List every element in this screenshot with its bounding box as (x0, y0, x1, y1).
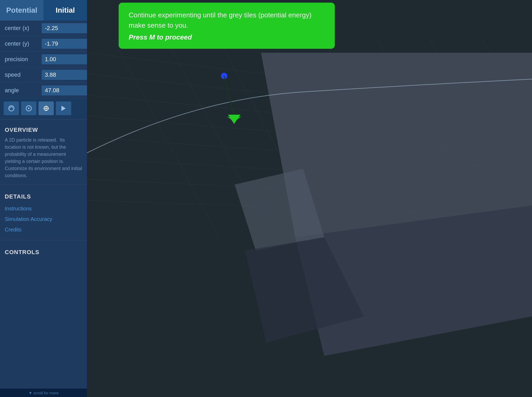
bottom-hint: ▼ scroll for more (28, 391, 59, 395)
controls-section: CONTROLS (0, 243, 87, 262)
reset-left-button[interactable] (4, 101, 19, 115)
tab-initial-label: Initial (56, 6, 75, 14)
orbit-button[interactable] (21, 101, 36, 115)
play-icon (60, 105, 67, 112)
tab-initial[interactable]: Initial (43, 0, 87, 21)
svg-point-5 (45, 108, 47, 109)
tab-potential[interactable]: Potential (0, 0, 43, 21)
target-button[interactable] (38, 101, 54, 115)
field-label-speed: speed (5, 71, 42, 78)
svg-point-3 (28, 108, 30, 109)
orbit-icon (25, 105, 32, 112)
notification-box: Continue experimenting until the grey ti… (119, 3, 335, 49)
details-title: DETAILS (5, 193, 82, 200)
tab-potential-label: Potential (6, 6, 37, 14)
field-row-center-x: center (x) (0, 21, 87, 36)
details-section: DETAILS Instructions Simulation Accuracy… (0, 187, 87, 238)
instructions-link[interactable]: Instructions (5, 203, 82, 214)
overview-text: A 2D particle is released. Its location … (5, 137, 82, 179)
play-button[interactable] (56, 101, 71, 115)
field-row-speed: speed (0, 67, 87, 83)
overview-title: OVERVIEW (5, 127, 82, 133)
svg-marker-10 (61, 106, 66, 111)
overview-section: OVERVIEW A 2D particle is released. Its … (0, 121, 87, 182)
controls-row (0, 98, 87, 118)
reset-left-icon (8, 105, 15, 112)
field-row-angle: angle (0, 83, 87, 98)
bottom-bar: ▼ scroll for more (0, 389, 87, 397)
target-icon (42, 105, 50, 112)
scene-svg (87, 0, 532, 397)
tab-bar: Potential Initial (0, 0, 87, 21)
main-canvas[interactable]: Continue experimenting until the grey ti… (87, 0, 532, 397)
notification-cta: Press M to proceed (129, 33, 325, 41)
field-label-angle: angle (5, 87, 42, 94)
notification-text: Continue experimenting until the grey ti… (129, 10, 325, 31)
field-label-center-y: center (y) (5, 40, 42, 47)
credits-link[interactable]: Credits (5, 224, 82, 235)
field-row-center-y: center (y) (0, 36, 87, 52)
fields-container: center (x) center (y) precision speed an… (0, 21, 87, 98)
field-label-precision: precision (5, 56, 42, 63)
controls-title: CONTROLS (5, 249, 82, 256)
field-row-precision: precision (0, 52, 87, 67)
sidebar: Potential Initial center (x) center (y) … (0, 0, 87, 397)
simulation-accuracy-link[interactable]: Simulation Accuracy (5, 214, 82, 224)
field-label-center-x: center (x) (5, 25, 42, 32)
